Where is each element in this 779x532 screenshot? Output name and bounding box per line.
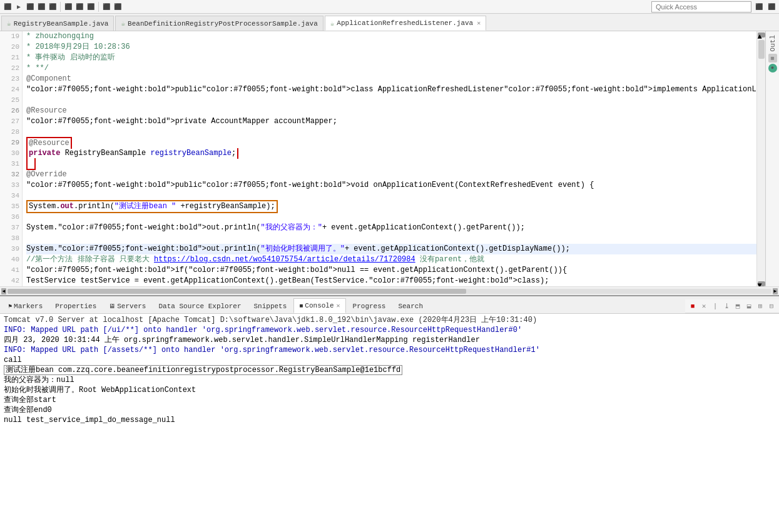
line-number-35: 35: [0, 201, 19, 212]
console-stop-button[interactable]: ■: [688, 301, 698, 311]
outline-label: Outl: [769, 35, 776, 51]
h-scroll-track[interactable]: [8, 289, 771, 294]
scroll-thumb[interactable]: [758, 40, 765, 59]
tab-java-icon-2: ☕: [121, 19, 125, 28]
code-line-29: @Resource: [26, 138, 756, 148]
vertical-scrollbar[interactable]: ▲ ▼: [756, 31, 765, 286]
line-number-22: 22: [0, 63, 19, 74]
console-output-line: 查询全部start: [4, 395, 775, 405]
console-output-line: 测试注册bean com.zzq.core.beaneefinitionregi…: [4, 365, 775, 375]
toolbar-icon-7[interactable]: ⬛: [74, 2, 84, 12]
scroll-down-arrow[interactable]: ▼: [758, 281, 765, 286]
tab-snippets[interactable]: Snippets: [248, 298, 293, 313]
code-line-30: private RegistryBeanSample registryBeanS…: [26, 148, 756, 159]
scroll-up-arrow[interactable]: ▲: [758, 33, 765, 38]
line-number-25: 25: [0, 95, 19, 106]
code-line-31: [26, 159, 756, 169]
code-line-42: TestService testService = event.getAppli…: [26, 276, 756, 286]
toolbar-right-icon-1[interactable]: ⬛: [754, 2, 764, 12]
console-btn-2[interactable]: |: [710, 301, 720, 311]
line-number-37: 37: [0, 223, 19, 233]
tab-bean-definition[interactable]: ☕ BeanDefinitionRegistryPostProcessorSam…: [115, 16, 323, 31]
code-line-35: System.out.println("测试注册bean " +registry…: [26, 201, 756, 212]
tab-datasource-label: Data Source Explorer: [158, 303, 241, 310]
console-output-line: call: [4, 355, 775, 365]
code-line-33: "color:#7f0055;font-weight:bold">public …: [26, 180, 756, 191]
toolbar-icon-6[interactable]: ⬛: [63, 2, 73, 12]
console-server-text: Tomcat v7.0 Server at localhost [Apache …: [4, 316, 537, 324]
code-line-40: //第一个方法 排除子容器 只要老大 https://blog.csdn.net…: [26, 254, 756, 265]
tab-registry-bean[interactable]: ☕ RegistryBeanSample.java: [1, 16, 114, 31]
tab-markers[interactable]: ⚑ Markers: [3, 298, 48, 313]
tab-datasource[interactable]: Data Source Explorer: [153, 298, 247, 313]
line-number-24: 24: [0, 84, 19, 95]
console-close[interactable]: ✕: [337, 302, 340, 309]
tab-servers-label: Servers: [117, 303, 146, 310]
quick-access-input[interactable]: [651, 1, 751, 13]
h-scroll-right[interactable]: ▶: [773, 288, 778, 294]
tab-properties-label: Properties: [55, 303, 96, 310]
bottom-tab-bar: ⚑ Markers Properties 🖥 Servers Data Sour…: [0, 296, 779, 314]
outline-icon-2[interactable]: ●: [768, 64, 777, 73]
line-number-28: 28: [0, 127, 19, 138]
line-number-20: 20: [0, 42, 19, 53]
console-toolbar: ■ ✕ | ⤓ ⬒ ⬓ ⊞ ⊟: [685, 299, 779, 313]
console-btn-6[interactable]: ⊞: [755, 301, 765, 311]
code-line-27: "color:#7f0055;font-weight:bold">private…: [26, 116, 756, 127]
tab-label-2: BeanDefinitionRegistryPostProcessorSampl…: [128, 20, 318, 28]
code-line-28: [26, 127, 756, 138]
toolbar-icon-1[interactable]: ⬛: [3, 2, 13, 12]
console-clear-button[interactable]: ✕: [699, 301, 709, 311]
code-line-22: * **/: [26, 63, 756, 74]
toolbar-icon-3[interactable]: ⬛: [25, 2, 35, 12]
tab-progress[interactable]: Progress: [347, 298, 392, 313]
editor-tab-bar: ☕ RegistryBeanSample.java ☕ BeanDefiniti…: [0, 14, 779, 31]
console-output-line: INFO: Mapped URL path [/ui/**] onto hand…: [4, 325, 775, 335]
tab-search-label: Search: [398, 303, 423, 310]
toolbar-icon-5[interactable]: ⬛: [48, 2, 58, 12]
tab-java-icon-3: ☕: [330, 19, 335, 28]
console-btn-7[interactable]: ⊟: [766, 301, 776, 311]
console-btn-4[interactable]: ⬒: [733, 301, 743, 311]
tab-label-3: ApplicationRefreshedListener.java: [337, 19, 473, 27]
toolbar-right-icon-2[interactable]: ⬛: [766, 2, 776, 12]
toolbar-icon-2[interactable]: ▶: [14, 2, 24, 12]
console-btn-5[interactable]: ⬓: [744, 301, 754, 311]
code-line-19: * zhouzhongqing: [26, 31, 756, 42]
code-line-41: "color:#7f0055;font-weight:bold">if("col…: [26, 265, 756, 276]
toolbar-icon-4[interactable]: ⬛: [36, 2, 46, 12]
code-line-23: @Component: [26, 74, 756, 84]
tab-markers-label: Markers: [14, 303, 43, 310]
console-output-line: INFO: Mapped URL path [/assets/**] onto …: [4, 345, 775, 355]
console-output-line: 初始化时我被调用了。Root WebApplicationContext: [4, 385, 775, 395]
line-number-39: 39: [0, 244, 19, 254]
outline-icon-1[interactable]: ⊞: [768, 54, 777, 63]
line-number-19: 19: [0, 31, 19, 42]
toolbar-icon-8[interactable]: ⬛: [86, 2, 96, 12]
tab-console[interactable]: ■ Console ✕: [293, 298, 345, 313]
console-btn-3[interactable]: ⤓: [721, 301, 731, 311]
tab-properties[interactable]: Properties: [49, 298, 102, 313]
toolbar-icon-10[interactable]: ⬛: [113, 2, 123, 12]
toolbar-icon-9[interactable]: ⬛: [101, 2, 111, 12]
code-editor[interactable]: * zhouzhongqing * 2018年9月29日 10:28:36 * …: [23, 31, 756, 286]
tab-progress-label: Progress: [353, 303, 386, 310]
servers-icon: 🖥: [109, 303, 115, 310]
tab-servers[interactable]: 🖥 Servers: [103, 298, 151, 313]
main-toolbar: ⬛ ▶ ⬛ ⬛ ⬛ ⬛ ⬛ ⬛ ⬛ ⬛ ⬛ ⬛: [0, 0, 779, 14]
code-line-26: @Resource: [26, 106, 756, 116]
code-line-37: System."color:#7f0055;font-weight:bold">…: [26, 223, 756, 233]
h-scroll-left[interactable]: ◀: [1, 288, 6, 294]
separator-2: [98, 2, 99, 12]
tab-close-button[interactable]: ✕: [477, 19, 481, 27]
line-number-34: 34: [0, 191, 19, 201]
line-number-27: 27: [0, 116, 19, 127]
h-scroll-thumb[interactable]: [8, 289, 466, 294]
tab-search[interactable]: Search: [392, 298, 429, 313]
line-number-30: 30: [0, 148, 19, 159]
horizontal-scrollbar[interactable]: ◀ ▶: [0, 286, 779, 295]
bottom-panel: ⚑ Markers Properties 🖥 Servers Data Sour…: [0, 295, 779, 438]
tab-app-refreshed[interactable]: ☕ ApplicationRefreshedListener.java ✕: [325, 16, 487, 31]
separator-1: [60, 2, 61, 12]
toolbar-right: ⬛ ⬛: [651, 1, 776, 13]
